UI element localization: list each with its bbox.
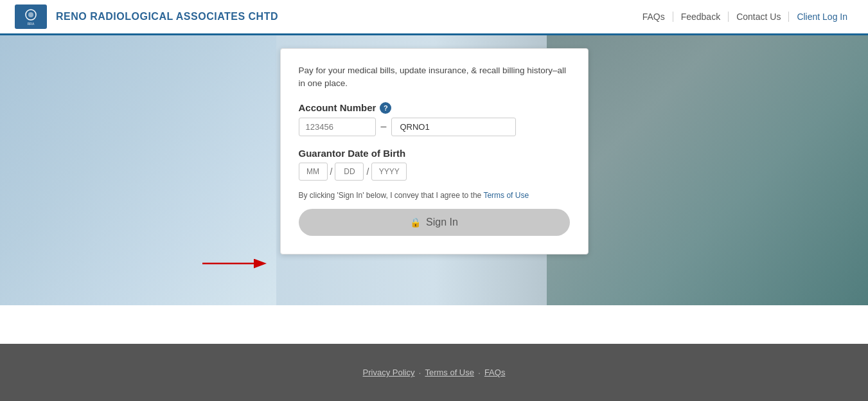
account-suffix-input[interactable] <box>391 118 516 136</box>
header: RRA RENO RADIOLOGICAL ASSOCIATES CHTD FA… <box>0 0 868 35</box>
account-number-input[interactable] <box>299 118 376 136</box>
org-name: RENO RADIOLOGICAL ASSOCIATES CHTD <box>56 11 278 22</box>
account-dash: – <box>381 121 387 132</box>
nav-faqs[interactable]: FAQs <box>635 12 673 22</box>
nav-feedback[interactable]: Feedback <box>673 12 729 22</box>
dob-mm-input[interactable] <box>299 163 328 181</box>
dob-yyyy-input[interactable] <box>371 163 407 181</box>
account-number-label: Account Number ? <box>299 102 570 114</box>
arrow-annotation <box>199 254 270 275</box>
hero-section: Pay for your medical bills, update insur… <box>0 35 868 305</box>
footer-privacy-policy[interactable]: Privacy Policy <box>363 368 415 377</box>
logo: RRA <box>13 4 48 30</box>
footer-sep-2: · <box>478 368 481 378</box>
terms-text: By clicking 'Sign In' below, I convey th… <box>299 191 570 200</box>
hero-person-right <box>547 35 868 305</box>
footer: Privacy Policy · Terms of Use · FAQs <box>0 344 868 401</box>
footer-faqs[interactable]: FAQs <box>484 368 506 377</box>
dob-row: / / <box>299 163 570 181</box>
sign-in-button[interactable]: 🔒 Sign In <box>299 209 570 236</box>
login-card: Pay for your medical bills, update insur… <box>280 48 589 254</box>
footer-sep-1: · <box>419 368 421 378</box>
footer-terms-of-use[interactable]: Terms of Use <box>425 368 474 377</box>
svg-text:RRA: RRA <box>27 22 34 26</box>
lock-icon: 🔒 <box>410 217 421 227</box>
card-intro: Pay for your medical bills, update insur… <box>299 64 570 91</box>
dob-sep-1: / <box>330 166 333 177</box>
nav-contact-us[interactable]: Contact Us <box>729 12 789 22</box>
terms-of-use-link[interactable]: Terms of Use <box>483 191 529 200</box>
nav-client-login[interactable]: Client Log In <box>789 12 855 22</box>
hero-person-left <box>0 35 276 305</box>
dob-label: Guarantor Date of Birth <box>299 148 570 159</box>
header-nav: FAQs Feedback Contact Us Client Log In <box>635 12 855 22</box>
dob-sep-2: / <box>366 166 369 177</box>
svg-point-2 <box>28 12 33 17</box>
header-left: RRA RENO RADIOLOGICAL ASSOCIATES CHTD <box>13 4 278 30</box>
dob-dd-input[interactable] <box>335 163 364 181</box>
white-gap <box>0 305 868 344</box>
account-number-row: – <box>299 118 570 136</box>
account-help-icon[interactable]: ? <box>380 102 391 114</box>
